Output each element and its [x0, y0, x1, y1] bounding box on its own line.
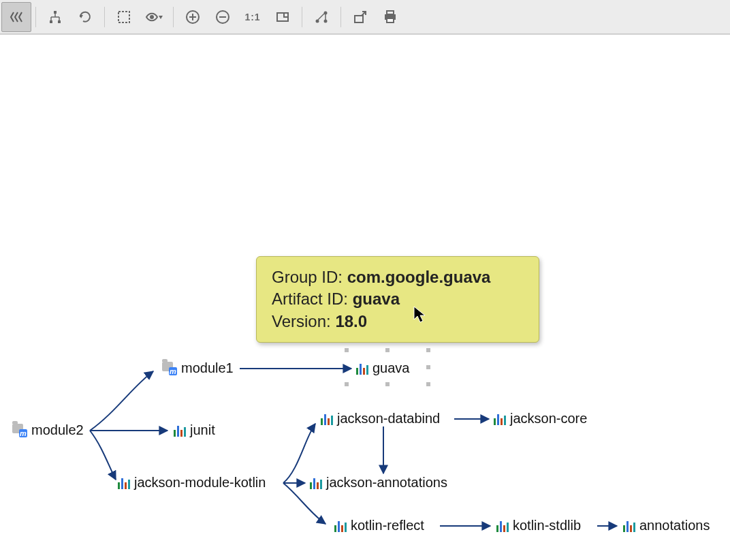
svg-line-20	[318, 14, 324, 20]
node-label: junit	[190, 422, 215, 438]
node-guava[interactable]: guava	[356, 360, 410, 376]
zoom-out-button[interactable]	[208, 2, 238, 32]
artifact-icon	[118, 477, 130, 489]
artifact-icon	[356, 362, 368, 375]
node-label: module2	[31, 422, 84, 438]
zoom-in-button[interactable]	[178, 2, 208, 32]
artifact-icon	[310, 477, 322, 489]
node-label: kotlin-reflect	[351, 518, 424, 533]
svg-point-9	[150, 15, 154, 19]
node-label: guava	[372, 360, 410, 376]
svg-rect-8	[118, 12, 129, 22]
fit-content-button[interactable]	[268, 2, 298, 32]
visibility-button[interactable]	[139, 2, 169, 32]
artifact-icon	[174, 424, 186, 437]
module-icon: m	[12, 424, 27, 437]
tooltip-group-value: com.google.guava	[347, 268, 491, 286]
svg-rect-2	[58, 20, 61, 23]
node-jackson-annotations[interactable]: jackson-annotations	[310, 475, 447, 491]
export-icon	[353, 10, 368, 25]
toolbar: 1:1	[0, 0, 730, 35]
node-kotlin-reflect[interactable]: kotlin-reflect	[334, 518, 424, 533]
zoom-out-icon	[215, 10, 230, 25]
print-button[interactable]	[375, 2, 405, 32]
tooltip-artifact-label: Artifact ID:	[272, 290, 348, 308]
svg-rect-22	[355, 16, 363, 22]
print-icon	[383, 10, 398, 25]
tooltip-artifact-value: guava	[353, 290, 400, 308]
diagram-canvas[interactable]: m module2 m module1 guava junit jackson-…	[0, 35, 730, 560]
eye-icon	[145, 10, 163, 25]
tooltip-group-label: Group ID:	[272, 268, 343, 286]
actual-size-button[interactable]: 1:1	[238, 2, 268, 32]
node-module1[interactable]: m module1	[162, 360, 234, 376]
toolbar-separator	[340, 7, 341, 27]
node-label: annotations	[639, 518, 710, 533]
node-annotations[interactable]: annotations	[623, 518, 710, 533]
toolbar-separator	[104, 7, 105, 27]
tooltip-version-value: 18.0	[335, 312, 367, 330]
refresh-button[interactable]	[70, 2, 100, 32]
collapse-icon	[9, 10, 24, 25]
artifact-icon	[334, 520, 347, 532]
collapse-button[interactable]	[1, 2, 31, 32]
toolbar-separator	[35, 7, 36, 27]
node-label: kotlin-stdlib	[513, 518, 581, 533]
module-icon: m	[162, 362, 177, 375]
svg-point-19	[324, 19, 328, 22]
artifact-icon	[494, 413, 506, 425]
svg-rect-0	[54, 11, 57, 14]
svg-rect-26	[387, 18, 394, 22]
tree-layout-button[interactable]	[40, 2, 70, 32]
select-area-button[interactable]	[109, 2, 139, 32]
svg-marker-10	[159, 16, 163, 19]
node-kotlin-stdlib[interactable]: kotlin-stdlib	[496, 518, 581, 533]
node-junit[interactable]: junit	[174, 422, 215, 438]
svg-rect-24	[387, 11, 394, 14]
svg-rect-1	[50, 20, 52, 23]
artifact-icon	[623, 520, 635, 532]
toolbar-separator	[173, 7, 174, 27]
node-label: jackson-module-kotlin	[134, 475, 266, 491]
node-jackson-core[interactable]: jackson-core	[494, 411, 587, 426]
node-label: jackson-annotations	[326, 475, 447, 491]
zoom-in-icon	[185, 10, 200, 25]
route-edges-button[interactable]	[306, 2, 336, 32]
node-label: jackson-core	[510, 411, 587, 426]
route-edges-icon	[314, 10, 329, 25]
tooltip-version-label: Version:	[272, 312, 331, 330]
artifact-tooltip: Group ID: com.google.guava Artifact ID: …	[256, 256, 539, 343]
node-jackson-module-kotlin[interactable]: jackson-module-kotlin	[118, 475, 266, 491]
select-area-icon	[116, 10, 131, 25]
node-jackson-databind[interactable]: jackson-databind	[321, 411, 440, 426]
node-label: module1	[181, 360, 234, 376]
toolbar-separator	[302, 7, 302, 27]
tree-layout-icon	[48, 10, 63, 25]
artifact-icon	[496, 520, 509, 532]
export-button[interactable]	[345, 2, 375, 32]
node-module2[interactable]: m module2	[12, 422, 84, 438]
node-label: jackson-databind	[337, 411, 440, 426]
fit-content-icon	[275, 10, 290, 25]
artifact-icon	[321, 413, 333, 425]
refresh-icon	[78, 10, 93, 25]
